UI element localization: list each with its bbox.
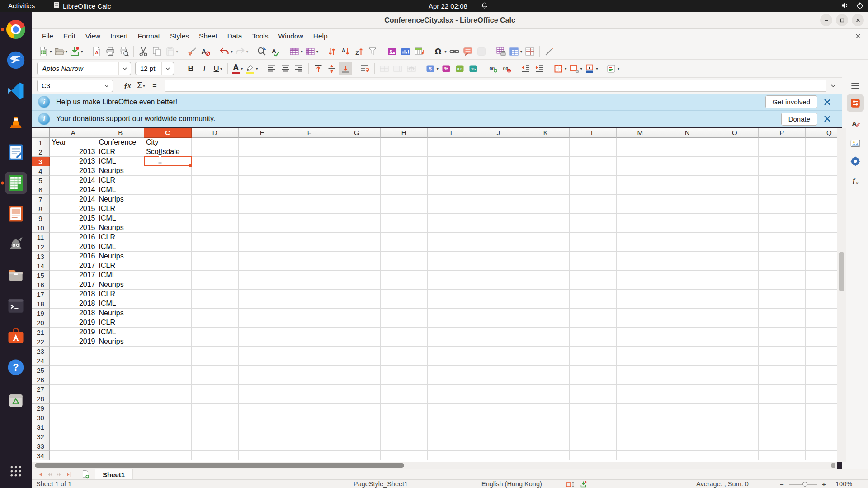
cell-O18[interactable] — [711, 299, 759, 309]
cell-F33[interactable] — [286, 441, 334, 451]
cell-O8[interactable] — [711, 204, 759, 214]
cell-M9[interactable] — [617, 214, 664, 223]
cell-H14[interactable] — [381, 261, 428, 271]
dock-item-trash[interactable] — [5, 389, 27, 412]
font-color-dropdown[interactable]: ▾ — [241, 66, 243, 71]
cell-A18[interactable]: 2018 — [50, 299, 97, 309]
cell-K11[interactable] — [522, 233, 570, 242]
cell-G25[interactable] — [333, 366, 381, 375]
cell-L24[interactable] — [570, 356, 617, 366]
cell-H5[interactable] — [381, 176, 428, 185]
cell-C20[interactable] — [144, 318, 192, 328]
cell-I32[interactable] — [428, 432, 475, 441]
cell-E29[interactable] — [239, 404, 286, 413]
cell-M29[interactable] — [617, 404, 664, 413]
page-style-label[interactable]: PageStyle_Sheet1 — [354, 480, 408, 488]
cell-Q18[interactable] — [806, 299, 837, 309]
cell-J28[interactable] — [475, 394, 523, 404]
cell-Q21[interactable] — [806, 328, 837, 337]
cell-N10[interactable] — [664, 223, 712, 233]
row-header-30[interactable]: 30 — [32, 413, 50, 422]
cell-F24[interactable] — [286, 356, 334, 366]
cell-N34[interactable] — [664, 451, 712, 460]
cell-F19[interactable] — [286, 309, 334, 318]
cell-Q30[interactable] — [806, 413, 837, 422]
cell-G13[interactable] — [333, 252, 381, 261]
row-header-28[interactable]: 28 — [32, 394, 50, 404]
row-header-34[interactable]: 34 — [32, 451, 50, 460]
format-date-button[interactable]: 15 — [467, 62, 480, 75]
row-header-32[interactable]: 32 — [32, 432, 50, 441]
cell-H34[interactable] — [381, 451, 428, 460]
cell-A30[interactable] — [50, 413, 97, 422]
power-icon[interactable] — [856, 2, 863, 10]
center-vertically-button[interactable] — [325, 62, 339, 75]
cell-L4[interactable] — [570, 166, 617, 176]
zoom-in-button[interactable]: + — [822, 480, 826, 488]
cell-C32[interactable] — [144, 432, 192, 441]
cell-P27[interactable] — [759, 385, 806, 394]
cell-L7[interactable] — [570, 195, 617, 204]
cell-K18[interactable] — [522, 299, 570, 309]
cell-C6[interactable] — [144, 185, 192, 195]
cell-O26[interactable] — [711, 375, 759, 385]
cell-O22[interactable] — [711, 337, 759, 347]
cell-O27[interactable] — [711, 385, 759, 394]
name-box-dropdown-icon[interactable] — [100, 80, 113, 92]
cell-M19[interactable] — [617, 309, 664, 318]
cell-E16[interactable] — [239, 280, 286, 290]
cell-D28[interactable] — [192, 394, 239, 404]
format-number-button[interactable]: 0.0 — [453, 62, 467, 75]
cell-E31[interactable] — [239, 422, 286, 432]
cell-M23[interactable] — [617, 347, 664, 356]
cell-Q23[interactable] — [806, 347, 837, 356]
cell-Q34[interactable] — [806, 451, 837, 460]
cell-K28[interactable] — [522, 394, 570, 404]
cell-C18[interactable] — [144, 299, 192, 309]
insert-columns-dropdown[interactable]: ▾ — [316, 49, 319, 54]
highlight-color-button[interactable]: ▾ — [244, 62, 259, 75]
align-center-button[interactable] — [278, 62, 292, 75]
cell-C4[interactable] — [144, 166, 192, 176]
cell-D10[interactable] — [192, 223, 239, 233]
cell-G15[interactable] — [333, 271, 381, 280]
cell-C1[interactable]: City — [144, 138, 192, 147]
cell-D2[interactable] — [192, 147, 239, 157]
cell-H4[interactable] — [381, 166, 428, 176]
cell-I11[interactable] — [428, 233, 475, 242]
cell-F7[interactable] — [286, 195, 334, 204]
cell-C15[interactable] — [144, 271, 192, 280]
column-header-Q[interactable]: Q — [806, 128, 837, 138]
cell-M3[interactable] — [617, 157, 664, 166]
cell-H11[interactable] — [381, 233, 428, 242]
cell-D31[interactable] — [192, 422, 239, 432]
dock-item-vlc[interactable] — [5, 110, 27, 133]
cell-C30[interactable] — [144, 413, 192, 422]
selection-mode-icon[interactable] — [566, 481, 576, 488]
print-area-button[interactable] — [494, 45, 508, 58]
cell-P13[interactable] — [759, 252, 806, 261]
row-header-3[interactable]: 3 — [32, 157, 50, 166]
cell-M14[interactable] — [617, 261, 664, 271]
cell-E11[interactable] — [239, 233, 286, 242]
cell-A19[interactable]: 2018 — [50, 309, 97, 318]
cell-L32[interactable] — [570, 432, 617, 441]
cell-Q2[interactable] — [806, 147, 837, 157]
expand-formula-bar-icon[interactable] — [826, 84, 840, 88]
cell-H30[interactable] — [381, 413, 428, 422]
cell-F10[interactable] — [286, 223, 334, 233]
font-name-combobox[interactable]: Aptos Narrow — [37, 62, 131, 75]
column-header-K[interactable]: K — [522, 128, 570, 138]
cell-F32[interactable] — [286, 432, 334, 441]
cell-J2[interactable] — [475, 147, 523, 157]
cell-K33[interactable] — [522, 441, 570, 451]
cell-L15[interactable] — [570, 271, 617, 280]
row-header-23[interactable]: 23 — [32, 347, 50, 356]
split-handle[interactable] — [831, 463, 835, 468]
cell-H15[interactable] — [381, 271, 428, 280]
cell-J6[interactable] — [475, 185, 523, 195]
cell-I10[interactable] — [428, 223, 475, 233]
cell-B21[interactable]: ICML — [97, 328, 145, 337]
cell-Q33[interactable] — [806, 441, 837, 451]
cell-J23[interactable] — [475, 347, 523, 356]
